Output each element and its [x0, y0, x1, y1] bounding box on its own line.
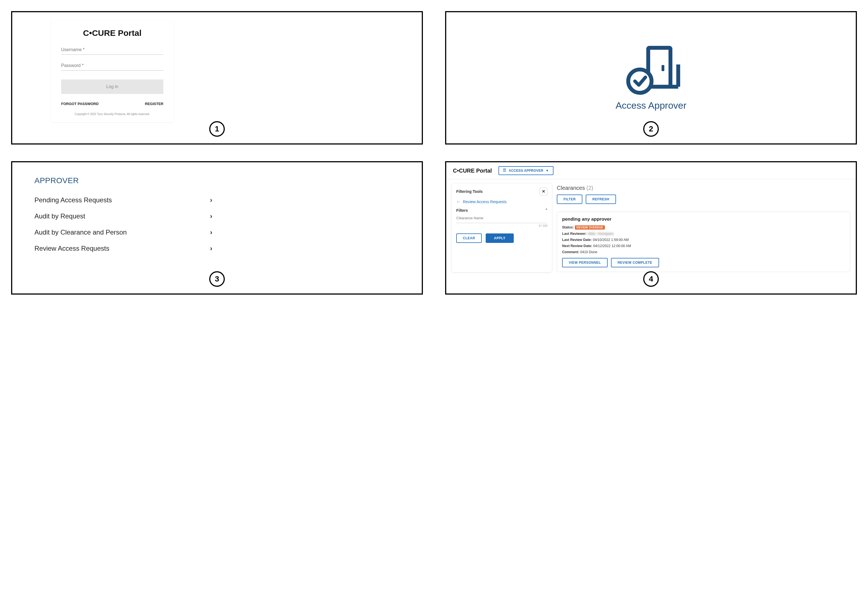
refresh-button[interactable]: REFRESH	[586, 194, 616, 204]
comment-row: Comment: 0410 Done	[562, 250, 845, 254]
arrow-left-icon: ←	[456, 199, 461, 204]
next-review-label: Next Review Date:	[562, 244, 592, 248]
menu-item-pending-access-requests[interactable]: Pending Access Requests ›	[34, 196, 212, 204]
svg-rect-3	[662, 65, 664, 71]
clearance-name-input[interactable]	[456, 215, 547, 221]
access-approver-wrap[interactable]: Access Approver	[452, 18, 850, 138]
door-check-icon	[618, 45, 684, 95]
menu-item-label: Audit by Clearance and Person	[34, 228, 127, 236]
login-button[interactable]: Log in	[61, 79, 163, 94]
filter-title: Filtering Tools	[456, 189, 483, 194]
char-counter: 0 / 100	[456, 224, 547, 227]
filtering-tools-panel: Filtering Tools ✕ ← Review Access Reques…	[452, 184, 552, 272]
comment-value: 0410 Done	[580, 250, 597, 254]
approver-menu-wrap: APPROVER Pending Access Requests › Audit…	[18, 168, 416, 252]
portal-body: Filtering Tools ✕ ← Review Access Reques…	[446, 179, 856, 272]
svg-point-4	[628, 70, 651, 93]
login-card: C•CURE Portal Log in FORGOT PASSWORD REG…	[51, 20, 174, 122]
portal-shell: C•CURE Portal ⠿ ACCESS APPROVER ▼ Filter…	[446, 162, 856, 272]
access-approver-label: Access Approver	[615, 100, 686, 111]
panel-approver-menu: APPROVER Pending Access Requests › Audit…	[11, 161, 423, 295]
login-links: FORGOT PASSWORD REGISTER	[61, 102, 163, 106]
step-badge-4: 4	[643, 271, 659, 287]
next-review-value: 04/12/2022 12:00:00 AM	[593, 244, 631, 248]
panel-access-approver-tile: Access Approver 2	[445, 11, 857, 144]
clear-button[interactable]: CLEAR	[456, 233, 482, 243]
filter-breadcrumb[interactable]: ← Review Access Requests	[456, 199, 547, 204]
mode-label: ACCESS APPROVER	[509, 169, 544, 172]
topbar: C•CURE Portal ⠿ ACCESS APPROVER ▼	[446, 162, 856, 179]
clearance-card-title: pending any approver	[562, 217, 845, 222]
reviewer-row: Last Reviewer: Akter, Homayara	[562, 232, 845, 236]
filter-button[interactable]: FILTER	[557, 194, 582, 204]
apply-button[interactable]: APPLY	[486, 233, 514, 243]
clearance-card: pending any approver Status: REVIEW OVER…	[557, 212, 850, 272]
last-review-value: 04/10/2022 1:59:00 AM	[593, 238, 628, 242]
menu-item-audit-by-request[interactable]: Audit by Request ›	[34, 213, 212, 220]
register-link[interactable]: REGISTER	[145, 102, 163, 106]
brand-title: C•CURE Portal	[453, 168, 492, 174]
panel-login: C•CURE Portal Log in FORGOT PASSWORD REG…	[11, 11, 423, 144]
forgot-password-link[interactable]: FORGOT PASSWORD	[61, 102, 99, 106]
menu-item-review-access-requests[interactable]: Review Access Requests ›	[34, 245, 212, 252]
next-review-row: Next Review Date: 04/12/2022 12:00:00 AM	[562, 244, 845, 248]
step-badge-1: 1	[209, 121, 225, 137]
password-input[interactable]	[61, 61, 163, 71]
status-badge: REVIEW OVERDUE	[575, 225, 605, 230]
chevron-right-icon: ›	[210, 196, 212, 204]
step-badge-2: 2	[643, 121, 659, 137]
comment-label: Comment:	[562, 250, 579, 254]
filters-section-label: Filters	[456, 208, 468, 213]
username-input[interactable]	[61, 46, 163, 55]
copyright-text: Copyright © 2022 Tyco Security Products.…	[61, 113, 163, 116]
status-label: Status:	[562, 225, 574, 229]
clearances-actions: FILTER REFRESH	[557, 194, 850, 204]
panel-portal-shell: C•CURE Portal ⠿ ACCESS APPROVER ▼ Filter…	[445, 161, 857, 295]
clearance-name-field-wrap	[456, 215, 547, 223]
login-title: C•CURE Portal	[61, 28, 163, 38]
reviewer-label: Last Reviewer:	[562, 232, 586, 236]
password-field-wrap	[61, 61, 163, 71]
menu-item-label: Review Access Requests	[34, 245, 109, 252]
username-field-wrap	[61, 46, 163, 55]
filters-section-header: Filters ˄	[456, 208, 547, 213]
login-wrap: C•CURE Portal Log in FORGOT PASSWORD REG…	[51, 20, 416, 122]
apps-grid-icon: ⠿	[503, 168, 506, 173]
chevron-right-icon: ›	[210, 213, 212, 220]
caret-down-icon: ▼	[546, 169, 549, 172]
clearances-heading-text: Clearances	[557, 185, 585, 191]
reviewer-value: Akter, Homayara	[587, 232, 614, 236]
chevron-up-icon[interactable]: ˄	[546, 208, 547, 213]
chevron-right-icon: ›	[210, 228, 212, 236]
review-complete-button[interactable]: REVIEW COMPLETE	[611, 258, 659, 267]
clearances-count: (2)	[586, 185, 593, 191]
step-badge-3: 3	[209, 271, 225, 287]
approver-heading: APPROVER	[34, 176, 400, 185]
chevron-right-icon: ›	[210, 245, 212, 252]
mode-selector[interactable]: ⠿ ACCESS APPROVER ▼	[499, 166, 553, 175]
menu-item-label: Pending Access Requests	[34, 196, 112, 204]
breadcrumb-label: Review Access Requests	[463, 200, 507, 204]
card-actions: VIEW PERSONNEL REVIEW COMPLETE	[562, 258, 845, 267]
clearances-heading: Clearances (2)	[557, 185, 850, 191]
close-icon[interactable]: ✕	[539, 188, 547, 195]
last-review-label: Last Review Date:	[562, 238, 592, 242]
approver-menu-list: Pending Access Requests › Audit by Reque…	[34, 196, 400, 252]
last-review-row: Last Review Date: 04/10/2022 1:59:00 AM	[562, 238, 845, 242]
menu-item-audit-by-clearance-person[interactable]: Audit by Clearance and Person ›	[34, 228, 212, 236]
panel-grid: C•CURE Portal Log in FORGOT PASSWORD REG…	[11, 11, 857, 295]
view-personnel-button[interactable]: VIEW PERSONNEL	[562, 258, 608, 267]
filter-actions: CLEAR APPLY	[456, 233, 547, 243]
filter-header: Filtering Tools ✕	[456, 188, 547, 195]
menu-item-label: Audit by Request	[34, 213, 85, 220]
main-column: Clearances (2) FILTER REFRESH pending an…	[557, 184, 850, 272]
status-row: Status: REVIEW OVERDUE	[562, 225, 845, 230]
